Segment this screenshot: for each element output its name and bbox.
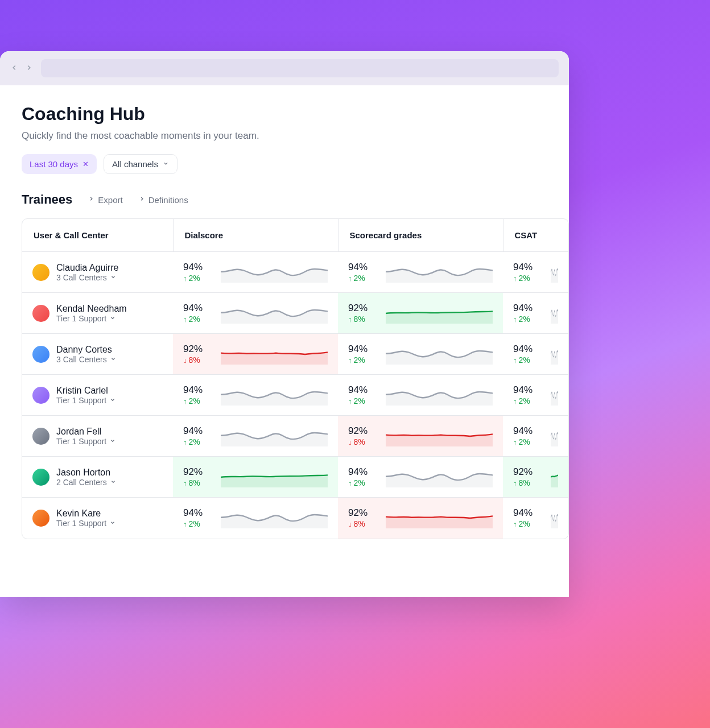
scorecard-delta: ↑8% [348, 315, 378, 324]
user-name: Claudia Aguirre [56, 263, 118, 273]
csat-delta: ↑2% [513, 437, 543, 446]
csat-delta: ↑2% [513, 519, 543, 528]
dialscore-value: 94% [183, 262, 213, 273]
filters: Last 30 days ✕ All channels [22, 154, 569, 174]
avatar [32, 346, 49, 363]
arrow-up-icon: ↑ [513, 274, 517, 283]
scorecard-sparkline [386, 262, 493, 283]
definitions-link[interactable]: Definitions [139, 195, 188, 205]
dialscore-value: 94% [183, 303, 213, 314]
user-sub[interactable]: Tier 1 Support [56, 396, 115, 405]
arrow-up-icon: ↑ [513, 315, 517, 324]
arrow-up-icon: ↑ [183, 438, 187, 446]
csat-sparkline [551, 508, 558, 528]
avatar [32, 469, 49, 486]
user-cell[interactable]: Kristin Carlel Tier 1 Support [22, 375, 173, 415]
dialscore-value: 94% [183, 507, 213, 519]
close-icon[interactable]: ✕ [82, 160, 89, 168]
scorecard-value: 92% [348, 425, 378, 437]
user-cell[interactable]: Kendal Needham Tier 1 Support [22, 293, 173, 333]
scorecard-value: 92% [348, 507, 378, 519]
csat-sparkline [551, 344, 558, 365]
table-row: Jason Horton 2 Call Centers 92% ↑8% [22, 457, 568, 498]
dialscore-nums: 94% ↑2% [183, 425, 213, 446]
scorecard-cell: 94% ↑2% [338, 457, 503, 497]
table-row: Kristin Carlel Tier 1 Support 94% ↑2% [22, 375, 568, 416]
csat-delta: ↑2% [513, 396, 543, 406]
user-name: Kristin Carlel [56, 386, 115, 396]
chevron-down-icon [110, 274, 116, 281]
csat-cell: 94% ↑2% [503, 334, 568, 374]
dialscore-sparkline [221, 508, 328, 528]
dialscore-nums: 92% ↓8% [183, 344, 213, 365]
scorecard-nums: 92% ↓8% [348, 425, 378, 446]
scorecard-nums: 94% ↑2% [348, 262, 378, 283]
user-cell[interactable]: Jordan Fell Tier 1 Support [22, 416, 173, 456]
scorecard-sparkline [386, 344, 493, 365]
csat-delta: ↑2% [513, 355, 543, 365]
chevron-down-icon [163, 160, 169, 168]
scorecard-delta: ↑2% [348, 396, 378, 406]
arrow-down-icon: ↓ [348, 520, 352, 528]
filter-channel[interactable]: All channels [104, 154, 178, 174]
dialscore-value: 94% [183, 425, 213, 437]
arrow-up-icon: ↑ [348, 274, 352, 283]
user-name: Jordan Fell [56, 427, 115, 437]
dialscore-sparkline [221, 303, 328, 324]
csat-sparkline [551, 426, 558, 446]
user-name: Jason Horton [56, 468, 116, 478]
scorecard-value: 94% [348, 466, 378, 478]
scorecard-cell: 92% ↓8% [338, 416, 503, 456]
csat-delta: ↑2% [513, 274, 543, 283]
filter-date[interactable]: Last 30 days ✕ [22, 154, 97, 174]
dialscore-cell: 92% ↓8% [173, 334, 338, 374]
scorecard-cell: 94% ↑2% [338, 375, 503, 415]
csat-sparkline [551, 303, 558, 324]
scorecard-delta: ↓8% [348, 437, 378, 446]
csat-nums: 94% ↑2% [513, 303, 543, 324]
user-name: Danny Cortes [56, 345, 116, 355]
csat-cell: 94% ↑2% [503, 293, 568, 333]
user-info: Kendal Needham Tier 1 Support [56, 304, 127, 323]
scorecard-value: 94% [348, 344, 378, 355]
user-sub[interactable]: 3 Call Centers [56, 355, 116, 364]
dialscore-delta: ↑2% [183, 519, 213, 528]
user-sub[interactable]: 2 Call Centers [56, 478, 116, 487]
chevron-down-icon [110, 397, 115, 404]
user-cell[interactable]: Danny Cortes 3 Call Centers [22, 334, 173, 374]
user-cell[interactable]: Claudia Aguirre 3 Call Centers [22, 252, 173, 292]
dialscore-cell: 92% ↑8% [173, 457, 338, 497]
dialscore-delta: ↑8% [183, 478, 213, 487]
csat-value: 94% [513, 425, 543, 437]
arrow-up-icon: ↑ [183, 397, 187, 406]
export-link[interactable]: Export [88, 195, 122, 205]
user-cell[interactable]: Kevin Kare Tier 1 Support [22, 498, 173, 539]
scorecard-nums: 92% ↓8% [348, 507, 378, 528]
user-sub[interactable]: Tier 1 Support [56, 519, 115, 528]
dialscore-cell: 94% ↑2% [173, 375, 338, 415]
forward-button[interactable] [25, 63, 33, 75]
user-sub[interactable]: Tier 1 Support [56, 437, 115, 446]
csat-cell: 94% ↑2% [503, 252, 568, 292]
scorecard-sparkline [386, 508, 493, 528]
arrow-up-icon: ↑ [513, 397, 517, 406]
user-cell[interactable]: Jason Horton 2 Call Centers [22, 457, 173, 497]
dialscore-delta: ↓8% [183, 355, 213, 365]
user-sub[interactable]: 3 Call Centers [56, 273, 118, 282]
csat-nums: 94% ↑2% [513, 262, 543, 283]
csat-nums: 94% ↑2% [513, 507, 543, 528]
chevron-right-icon [139, 196, 145, 204]
arrow-up-icon: ↑ [183, 479, 187, 487]
back-button[interactable] [10, 63, 18, 75]
arrow-up-icon: ↑ [183, 315, 187, 324]
table-row: Claudia Aguirre 3 Call Centers 94% ↑2% [22, 252, 568, 293]
scorecard-nums: 92% ↑8% [348, 303, 378, 324]
table-row: Danny Cortes 3 Call Centers 92% ↓8% [22, 334, 568, 375]
export-label: Export [98, 195, 122, 205]
user-sub[interactable]: Tier 1 Support [56, 314, 127, 323]
table-row: Kendal Needham Tier 1 Support 94% ↑2% [22, 293, 568, 334]
dialscore-nums: 92% ↑8% [183, 466, 213, 487]
browser-bar [0, 51, 569, 85]
dialscore-cell: 94% ↑2% [173, 252, 338, 292]
url-bar[interactable] [41, 59, 559, 77]
